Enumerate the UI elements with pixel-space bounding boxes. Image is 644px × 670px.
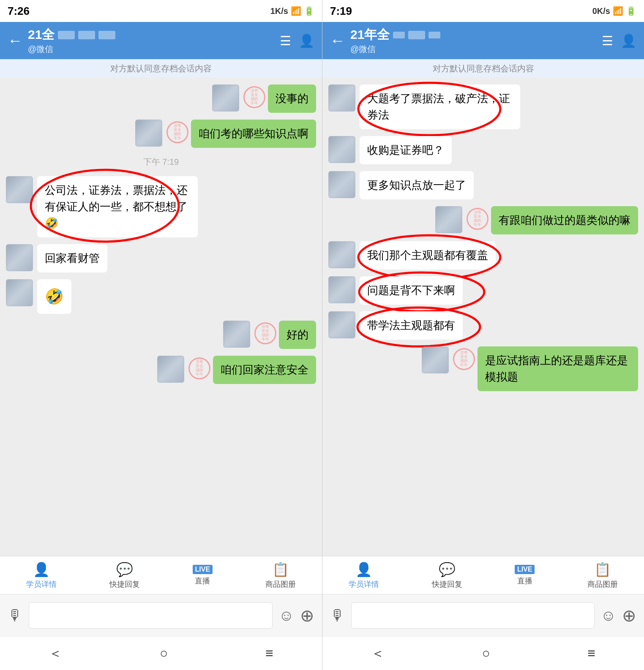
left-bottom-toolbar: 👤 学员详情 💬 快捷回复 LIVE 直播 📋 商品图册 [0, 556, 322, 594]
reply-icon: 💬 [116, 561, 133, 577]
right-back-button[interactable]: ← [330, 32, 345, 49]
message-stamp: 没有安全感的牛牛 [243, 86, 265, 108]
reply-icon: 💬 [439, 561, 456, 577]
left-back-button[interactable]: ← [8, 32, 23, 49]
avatar [328, 311, 355, 338]
msg-row: 没有安全感的牛牛 有跟咱们做过的题类似的嘛 [328, 206, 638, 234]
toolbar-products[interactable]: 📋 商品图册 [265, 561, 296, 589]
toolbar-quick-reply[interactable]: 💬 快捷回复 [109, 561, 140, 589]
right-status-icons: 0K/s 📶 🔋 [592, 6, 636, 16]
toolbar-student-detail[interactable]: 👤 学员详情 [26, 561, 57, 589]
message-bubble: 没事的 [268, 84, 316, 113]
message-bubble: 更多知识点放一起了 [360, 171, 474, 199]
avatar [157, 356, 184, 383]
right-nav-bar: ← 21年全 @微信 ☰ 👤 [322, 22, 644, 59]
right-chat-area: 大题考了票据法，破产法，证券法 收购是证券吧？ 更多知识点放一起了 没有安全感的… [322, 78, 644, 556]
right-back-nav[interactable]: ＜ [371, 644, 385, 663]
right-menu-nav[interactable]: ≡ [587, 645, 595, 661]
right-person-icon[interactable]: 👤 [621, 33, 636, 48]
right-voice-icon[interactable]: 🎙 [330, 607, 345, 624]
left-message-input[interactable] [29, 602, 273, 629]
left-menu-nav[interactable]: ≡ [265, 645, 273, 661]
left-person-icon[interactable]: 👤 [299, 33, 314, 48]
right-title-blur2 [408, 31, 425, 39]
right-toolbar-student-detail[interactable]: 👤 学员详情 [349, 561, 379, 589]
message-bubble: 公司法，证券法，票据法，还有保证人的一些，都不想想了🤣 [37, 176, 198, 237]
avatar [435, 206, 462, 233]
left-title-blur3 [98, 31, 115, 39]
message-stamp: 没有安全感的牛牛 [453, 348, 475, 370]
right-plus-icon[interactable]: ⊕ [622, 606, 636, 625]
right-title-sub: @微信 [350, 44, 597, 55]
message-bubble: 是应试指南上的还是题库还是模拟题 [478, 346, 638, 391]
msg-bubble-wrapper: 没有安全感的牛牛 好的 [254, 321, 316, 349]
left-nav-bar: ← 21全 @微信 ☰ 👤 [0, 22, 322, 59]
right-input-bar: 🎙 ☺ ⊕ [322, 594, 644, 636]
left-menu-icon[interactable]: ☰ [280, 33, 291, 48]
msg-row: 回家看财管 [6, 244, 316, 272]
left-title-blur2 [78, 31, 95, 39]
right-nav-bottom: ＜ ○ ≡ [322, 636, 644, 670]
left-status-icons: 1K/s 📶 🔋 [270, 6, 314, 16]
right-title-main: 21年全 [350, 26, 597, 44]
toolbar-live[interactable]: LIVE 直播 [193, 565, 213, 586]
avatar [328, 276, 355, 303]
message-bubble: 我们那个主观题都有覆盖 [360, 241, 496, 270]
plus-icon[interactable]: ⊕ [300, 606, 314, 625]
msg-row: 问题是背不下来啊 [328, 276, 638, 305]
message-stamp: 没有安全感的牛牛 [166, 121, 188, 143]
avatar [328, 136, 355, 163]
avatar [135, 120, 162, 147]
product-icon: 📋 [594, 561, 611, 577]
message-stamp: 没有安全感的牛牛 [188, 357, 210, 379]
msg-row: 没有安全感的牛牛 好的 [6, 321, 316, 349]
avatar [223, 321, 250, 348]
left-nav-bottom: ＜ ○ ≡ [0, 636, 322, 670]
right-nav-icons: ☰ 👤 [602, 33, 636, 48]
left-status-bar: 7:26 1K/s 📶 🔋 [0, 0, 322, 22]
avatar [328, 171, 355, 198]
right-status-bar: 7:19 0K/s 📶 🔋 [322, 0, 644, 22]
right-bottom-toolbar: 👤 学员详情 💬 快捷回复 LIVE 直播 📋 商品图册 [322, 556, 644, 594]
right-title-blur1 [393, 32, 405, 38]
msg-bubble-container: 问题是背不下来啊 [360, 276, 463, 305]
wifi-icon: 📶 [291, 6, 301, 16]
msg-row: 收购是证券吧？ [328, 136, 638, 164]
left-input-bar: 🎙 ☺ ⊕ [0, 594, 322, 636]
msg-row: 没有安全感的牛牛 没事的 [6, 84, 316, 113]
emoji-icon[interactable]: ☺ [278, 607, 294, 624]
right-toolbar-live[interactable]: LIVE 直播 [515, 565, 535, 586]
right-toolbar-products[interactable]: 📋 商品图册 [587, 561, 618, 589]
right-toolbar-quick-reply[interactable]: 💬 快捷回复 [432, 561, 462, 589]
left-nav-icons: ☰ 👤 [280, 33, 314, 48]
msg-bubble-wrapper: 没有安全感的牛牛 有跟咱们做过的题类似的嘛 [467, 206, 638, 234]
message-bubble: 咱们回家注意安全 [213, 356, 316, 384]
msg-bubble-container: 带学法主观题都有 [360, 311, 463, 340]
right-menu-icon[interactable]: ☰ [602, 33, 613, 48]
voice-input-icon[interactable]: 🎙 [8, 607, 23, 624]
message-bubble: 咱们考的哪些知识点啊 [191, 120, 316, 148]
left-home-nav[interactable]: ○ [160, 645, 168, 661]
left-title-main: 21全 [28, 26, 275, 44]
message-bubble: 回家看财管 [37, 244, 107, 272]
right-title-blur3 [428, 32, 440, 38]
left-back-nav[interactable]: ＜ [49, 644, 62, 663]
time-divider: 下午 7:19 [6, 156, 316, 168]
left-notice-bar: 对方默认同意存档会话内容 [0, 59, 322, 78]
msg-row: 公司法，证券法，票据法，还有保证人的一些，都不想想了🤣 [6, 176, 316, 237]
live-badge: LIVE [193, 565, 213, 574]
message-bubble: 有跟咱们做过的题类似的嘛 [491, 206, 638, 234]
message-bubble: 大题考了票据法，破产法，证券法 [360, 84, 520, 129]
live-badge: LIVE [515, 565, 535, 574]
msg-bubble-container: 公司法，证券法，票据法，还有保证人的一些，都不想想了🤣 [37, 176, 198, 237]
right-emoji-icon[interactable]: ☺ [600, 607, 616, 624]
msg-row: 带学法主观题都有 [328, 311, 638, 340]
right-message-input[interactable] [351, 602, 595, 629]
message-bubble: 🤣 [37, 279, 71, 314]
message-bubble: 带学法主观题都有 [360, 311, 463, 340]
left-panel: 7:26 1K/s 📶 🔋 ← 21全 @微信 ☰ 👤 对方默认同意存档会话内容 [0, 0, 322, 670]
avatar [212, 84, 239, 112]
right-home-nav[interactable]: ○ [482, 645, 490, 661]
msg-bubble-container: 大题考了票据法，破产法，证券法 [360, 84, 520, 129]
left-chat-area: 没有安全感的牛牛 没事的 没有安全感的牛牛 咱们考的哪些知识点啊 下午 7:19… [0, 78, 322, 556]
